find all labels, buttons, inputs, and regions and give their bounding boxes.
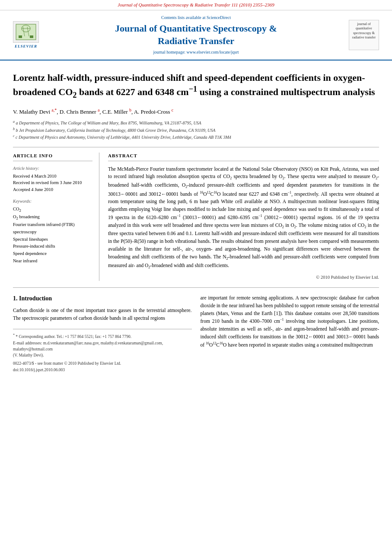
- journal-mini-logo: journal of quantitative spectroscopy & r…: [349, 20, 383, 50]
- keyword-speed: Speed dependence: [13, 250, 92, 258]
- keyword-shifts: Pressure-induced shifts: [13, 243, 92, 250]
- name-footnote: (V. Malathy Devi).: [13, 352, 192, 358]
- svg-rect-6: [30, 35, 33, 38]
- keyword-co2: CO2: [13, 206, 92, 213]
- keyword-ftir: Fourier transform infrared (FTIR) spectr…: [13, 221, 92, 236]
- svg-rect-5: [19, 35, 22, 38]
- homepage-link: journal homepage: www.elsevier.com/locat…: [48, 49, 344, 55]
- contents-link: Contents lists available at ScienceDirec…: [48, 15, 344, 21]
- authors: V. Malathy Devi a,*, D. Chris Benner a, …: [13, 107, 379, 116]
- elsevier-logo: ELSEVIER: [9, 21, 43, 49]
- journal-name: Journal of Quantitative Spectroscopy & R…: [48, 22, 344, 47]
- article-history: Article history: Received 4 March 2010 R…: [13, 166, 92, 193]
- keyword-o2: O2 broadening: [13, 213, 92, 221]
- body-right-column: are important for remote sensing applica…: [201, 294, 379, 373]
- article-info-column: ARTICLE INFO Article history: Received 4…: [13, 153, 99, 281]
- copyright-notice: © 2010 Published by Elsevier Ltd.: [108, 274, 379, 281]
- mini-logo-box: journal of quantitative spectroscopy & r…: [349, 20, 379, 50]
- body-right-text: are important for remote sensing applica…: [201, 294, 379, 349]
- corresponding-footnote: * * Corresponding author. Tel.: +1 757 8…: [13, 333, 192, 340]
- history-label: Article history:: [13, 166, 92, 172]
- received-date: Received 4 March 2010: [13, 173, 92, 180]
- body-left-column: 1. Introduction Carbon dioxide is one of…: [13, 294, 192, 373]
- accepted-date: Accepted 4 June 2010: [13, 186, 92, 193]
- keyword-lineshapes: Spectral lineshapes: [13, 236, 92, 243]
- article-title: Lorentz half-width, pressure-induced shi…: [13, 71, 379, 101]
- journal-citation-text: Journal of Quantitative Spectroscopy & R…: [118, 2, 274, 7]
- affiliations: a a Department of Physics, The College o…: [13, 119, 379, 140]
- article-info-abstract-section: ARTICLE INFO Article history: Received 4…: [13, 147, 379, 281]
- abstract-text: The McMath-Pierce Fourier transform spec…: [108, 166, 379, 271]
- elsevier-logo-image: [13, 21, 39, 43]
- abstract-label: ABSTRACT: [108, 153, 379, 161]
- journal-header: ELSEVIER Contents lists available at Sci…: [0, 10, 392, 60]
- article-info-label: ARTICLE INFO: [13, 153, 92, 161]
- footnote-section: * * Corresponding author. Tel.: +1 757 8…: [13, 329, 192, 373]
- journal-citation-bar: Journal of Quantitative Spectroscopy & R…: [0, 0, 392, 10]
- section1-heading: 1. Introduction: [13, 294, 192, 303]
- received-revised-date: Received in revised form 3 June 2010: [13, 179, 92, 186]
- body-content: 1. Introduction Carbon dioxide is one of…: [13, 294, 379, 373]
- email-footnote: E-mail addresses: m.d.venkataraman@larc.…: [13, 340, 192, 353]
- main-content: Lorentz half-width, pressure-induced shi…: [0, 61, 392, 379]
- content-divider: [13, 287, 379, 288]
- abstract-column: ABSTRACT The McMath-Pierce Fourier trans…: [108, 153, 379, 281]
- elsevier-label: ELSEVIER: [15, 44, 37, 49]
- keywords-label: Keywords:: [13, 198, 92, 204]
- journal-title-center: Contents lists available at ScienceDirec…: [48, 15, 344, 55]
- body-left-text: Carbon dioxide is one of the most import…: [13, 307, 192, 322]
- keyword-nir: Near infrared: [13, 258, 92, 265]
- open-access-notice: 0022-4073/$ - see front matter © 2010 Pu…: [13, 360, 192, 373]
